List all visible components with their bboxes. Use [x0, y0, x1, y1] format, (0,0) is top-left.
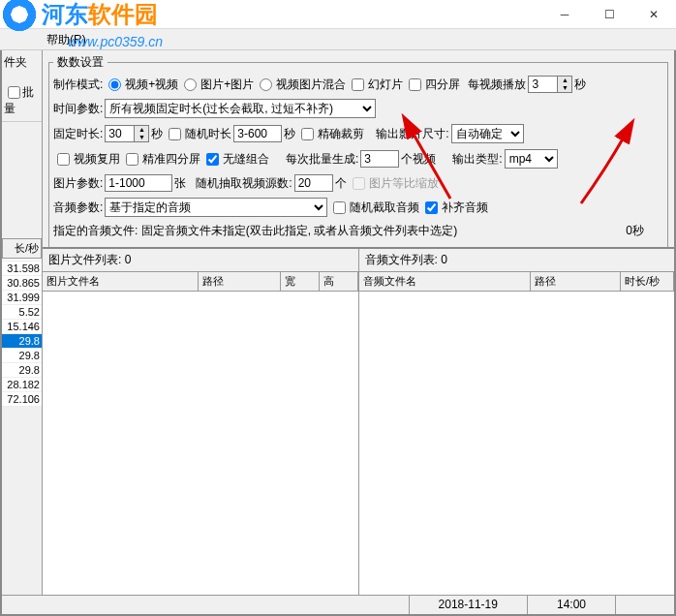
output-size-select[interactable]: 自动确定	[451, 124, 524, 143]
folder-label: 件夹	[4, 55, 27, 69]
fill-audio-check[interactable]	[425, 201, 438, 214]
fixed-duration-input[interactable]	[105, 125, 134, 142]
status-bar: 2018-11-19 14:00	[2, 595, 674, 614]
spinner-buttons[interactable]: ▲▼	[557, 76, 572, 93]
maximize-button[interactable]: ☐	[587, 0, 631, 28]
col-audio-duration[interactable]: 时长/秒	[621, 272, 674, 291]
menu-bar: 帮助(R)	[0, 29, 676, 50]
col-image-path[interactable]: 路径	[199, 272, 281, 291]
table-row[interactable]: 5.52	[2, 305, 42, 320]
audio-list-body[interactable]	[359, 292, 675, 595]
params-legend: 数数设置	[53, 54, 108, 71]
precise-crop-check[interactable]	[301, 128, 314, 140]
output-type-select[interactable]: mp4	[505, 149, 558, 169]
status-date: 2018-11-19	[409, 596, 527, 614]
extract-count-input[interactable]	[294, 174, 333, 192]
mode-label: 制作模式:	[53, 77, 103, 93]
audio-list-pane: 音频文件列表: 0 音频文件名 路径 时长/秒	[359, 249, 675, 595]
image-range-input[interactable]	[105, 174, 172, 192]
table-row[interactable]: 29.8	[2, 363, 42, 378]
mode-image-radio[interactable]	[184, 78, 197, 91]
table-row[interactable]: 29.8	[2, 334, 42, 349]
mode-quad-check[interactable]	[409, 78, 421, 91]
mode-slide-check[interactable]	[352, 78, 364, 91]
table-row[interactable]: 31.999	[2, 291, 42, 305]
batch-count-input[interactable]	[360, 150, 399, 168]
left-column: 件夹 批量 长/秒 31.59830.86531.9995.5215.14629…	[2, 50, 43, 595]
col-audio-name[interactable]: 音频文件名	[359, 272, 531, 291]
window-titlebar: ─ ☐ ✕	[0, 0, 676, 29]
image-list-body[interactable]	[43, 292, 358, 595]
params-fieldset: 数数设置 制作模式: 视频+视频 图片+图片 视频图片混合 幻灯片 四分屏 每视…	[48, 54, 668, 249]
table-row[interactable]: 31.598	[2, 262, 42, 276]
seamless-check[interactable]	[206, 153, 219, 166]
duration-header[interactable]: 长/秒	[2, 238, 42, 259]
scale-check	[353, 177, 365, 190]
col-image-name[interactable]: 图片文件名	[43, 272, 199, 291]
col-image-width[interactable]: 宽	[281, 272, 320, 291]
audio-list-title: 音频文件列表: 0	[359, 249, 675, 271]
col-image-height[interactable]: 高	[320, 272, 358, 291]
close-button[interactable]: ✕	[631, 0, 676, 28]
image-list-pane: 图片文件列表: 0 图片文件名 路径 宽 高	[43, 249, 359, 595]
minimize-button[interactable]: ─	[542, 0, 587, 28]
each-play-input[interactable]	[528, 76, 557, 93]
help-menu[interactable]: 帮助(R)	[39, 29, 94, 51]
audio-file-spec[interactable]: 指定的音频文件: 固定音频文件未指定(双击此指定, 或者从音频文件列表中选定)	[53, 223, 457, 239]
status-time: 14:00	[527, 596, 615, 614]
audio-mode-select[interactable]: 基于指定的音频	[105, 198, 327, 217]
video-reuse-check[interactable]	[57, 153, 70, 166]
quad-precise-check[interactable]	[126, 153, 138, 166]
table-row[interactable]: 29.8	[2, 349, 42, 363]
table-row[interactable]: 28.182	[2, 378, 42, 392]
col-audio-path[interactable]: 路径	[531, 272, 621, 291]
random-duration-check[interactable]	[169, 128, 181, 140]
batch-checkbox[interactable]	[8, 86, 20, 99]
random-audio-check[interactable]	[333, 201, 346, 214]
mode-video-radio[interactable]	[108, 78, 121, 91]
duration-mode-select[interactable]: 所有视频固定时长(过长会截取, 过短不补齐)	[105, 99, 376, 118]
image-list-title: 图片文件列表: 0	[43, 249, 358, 271]
table-row[interactable]: 15.146	[2, 320, 42, 334]
random-range-input[interactable]	[233, 125, 282, 142]
table-row[interactable]: 30.865	[2, 276, 42, 291]
mode-mix-radio[interactable]	[260, 78, 272, 91]
table-row[interactable]: 72.106	[2, 392, 42, 407]
